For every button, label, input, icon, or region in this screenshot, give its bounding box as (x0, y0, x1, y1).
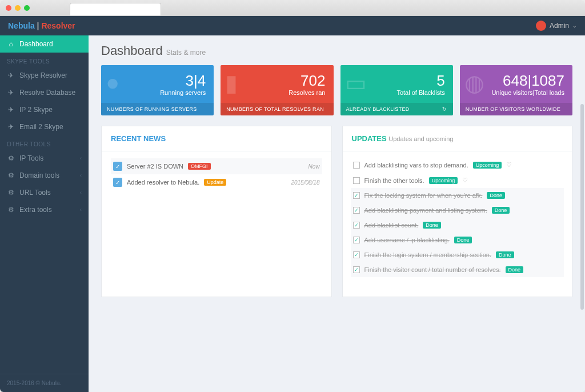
checkbox[interactable] (353, 266, 360, 273)
news-row[interactable]: ✓Server #2 IS DOWNOMFG!Now (111, 158, 322, 174)
update-row[interactable]: Add blacklisting payment and listing sys… (351, 203, 564, 218)
update-row[interactable]: Add blacklisting vars to stop demand. Up… (351, 157, 564, 173)
brand-sep: | (37, 21, 39, 30)
chevron-left-icon: ‹ (80, 155, 82, 161)
minimize-icon[interactable] (15, 5, 21, 11)
browser-tab[interactable] (70, 3, 161, 15)
updates-list: Add blacklisting vars to stop demand. Up… (343, 151, 572, 283)
sidebar-item-ip2skype[interactable]: ✈IP 2 Skype (0, 101, 89, 118)
update-text: Finish the other tools. (364, 177, 424, 184)
news-text: Added resolver to Nebula. (127, 179, 199, 186)
window-controls[interactable] (6, 5, 30, 11)
sidebar-item-label: Domain tools (19, 171, 59, 179)
checkbox[interactable] (353, 237, 360, 243)
stat-card-body: ▮702Resolves ran (221, 65, 333, 103)
status-badge: Done (492, 207, 510, 214)
stat-foot-text: ALREADY BLACKLISTED (346, 106, 410, 112)
sidebar-item-label: Resolve Database (19, 89, 75, 97)
status-badge: OMFG! (188, 163, 211, 170)
check-icon: ✓ (113, 162, 122, 171)
update-row[interactable]: Add blacklist count. Done (351, 218, 564, 233)
checkbox[interactable] (353, 192, 360, 199)
stat-card[interactable]: ▭5Total of BlacklistsALREADY BLACKLISTED… (340, 65, 453, 115)
send-icon: ✈ (7, 71, 15, 79)
app-body: ⌂ Dashboard SKYPE TOOLS ✈Skype Resolver … (0, 35, 585, 392)
stat-foot-text: NUMBERS OF TOTAL RESOLVES RAN (226, 106, 324, 112)
sidebar-footer: 2015-2016 © Nebula. (0, 374, 89, 392)
status-badge: Done (496, 251, 514, 258)
sidebar-item-label: Extra tools (19, 206, 52, 214)
checkbox[interactable] (353, 222, 360, 229)
card-bg-icon: ▭ (345, 70, 367, 96)
brand-logo[interactable]: Nebula | Resolver (8, 21, 75, 30)
card-bg-icon: ◍ (464, 70, 484, 96)
stat-value: 702 (300, 73, 325, 88)
sidebar-item-ip-tools[interactable]: ⚙IP Tools‹ (0, 150, 89, 167)
stat-cards: ●3|4Running serversNUMBERS OF RUNNING SE… (101, 65, 572, 115)
stat-label: Unique visitors|Total loads (491, 89, 564, 96)
panels: RECENT NEWS ✓Server #2 IS DOWNOMFG!Now✓A… (101, 126, 572, 297)
checkbox[interactable] (353, 207, 360, 214)
sidebar-item-label: IP Tools (19, 154, 43, 162)
sidebar-item-label: Email 2 Skype (19, 123, 63, 131)
tool-icon: ⚙ (7, 206, 15, 214)
stat-card[interactable]: ●3|4Running serversNUMBERS OF RUNNING SE… (101, 65, 214, 115)
home-icon: ⌂ (7, 40, 15, 48)
panel-updates-title-text: UPDATES (352, 134, 387, 143)
status-badge: Done (487, 192, 505, 199)
tool-icon: ⚙ (7, 171, 15, 179)
browser-titlebar (0, 0, 585, 16)
stat-card-body: ●3|4Running servers (101, 65, 214, 103)
user-name: Admin (550, 22, 569, 30)
page-title: Dashboard Stats & more (101, 43, 572, 58)
stat-card[interactable]: ◍648|1087Unique visitors|Total loadsNUMB… (460, 65, 572, 115)
stat-card[interactable]: ▮702Resolves ranNUMBERS OF TOTAL RESOLVE… (221, 65, 333, 115)
send-icon: ✈ (7, 106, 15, 114)
stat-card-foot: NUMBER OF VISITORS WORLDWIDE (460, 103, 572, 115)
sidebar-item-skype-resolver[interactable]: ✈Skype Resolver (0, 67, 89, 84)
avatar (536, 21, 546, 31)
sidebar-item-email2skype[interactable]: ✈Email 2 Skype (0, 118, 89, 135)
stat-label: Total of Blacklists (396, 89, 444, 96)
update-row[interactable]: Finish the login system / membership sec… (351, 247, 564, 262)
stat-label: Resolves ran (289, 89, 325, 96)
sidebar-item-label: Skype Resolver (19, 71, 67, 79)
close-icon[interactable] (6, 5, 11, 11)
sidebar-item-resolve-db[interactable]: ✈Resolve Database (0, 84, 89, 101)
update-row[interactable]: Fix the locking system for when you're a… (351, 188, 564, 203)
update-row[interactable]: Add username / ip blacklisting. Done (351, 233, 564, 247)
update-text: Fix the locking system for when you're a… (364, 192, 483, 199)
sidebar-section-skype: SKYPE TOOLS (0, 53, 89, 67)
stat-value: 3|4 (186, 73, 206, 88)
bell-icon[interactable]: ♡ (506, 161, 512, 169)
checkbox[interactable] (353, 177, 360, 184)
sidebar-item-extra-tools[interactable]: ⚙Extra tools‹ (0, 201, 89, 218)
checkbox[interactable] (353, 251, 360, 258)
status-badge: Done (454, 237, 472, 243)
update-row[interactable]: Finish the other tools. Upcoming ♡ (351, 173, 564, 188)
sidebar-item-domain-tools[interactable]: ⚙Domain tools‹ (0, 167, 89, 184)
bell-icon[interactable]: ♡ (462, 177, 468, 184)
sidebar-item-label: URL Tools (19, 189, 51, 197)
main-content: Dashboard Stats & more ●3|4Running serve… (89, 35, 585, 392)
news-time: Now (308, 163, 319, 170)
sidebar-item-url-tools[interactable]: ⚙URL Tools‹ (0, 184, 89, 201)
news-list: ✓Server #2 IS DOWNOMFG!Now✓Added resolve… (102, 151, 331, 197)
update-row[interactable]: Finish the visitor count / total number … (351, 262, 564, 277)
checkbox[interactable] (353, 162, 360, 169)
update-text: Add blacklist count. (364, 222, 419, 229)
sidebar-item-dashboard[interactable]: ⌂ Dashboard (0, 35, 89, 53)
update-text: Finish the login system / membership sec… (364, 251, 492, 258)
sidebar-section-other: OTHER TOOLS (0, 135, 89, 150)
status-badge: Done (423, 222, 441, 229)
tool-icon: ⚙ (7, 154, 15, 162)
refresh-icon[interactable]: ↻ (442, 106, 447, 112)
user-menu[interactable]: Admin ⌄ (536, 21, 577, 31)
scrollbar[interactable] (580, 104, 584, 310)
maximize-icon[interactable] (24, 5, 30, 11)
status-badge: Upcoming (429, 177, 458, 184)
news-row[interactable]: ✓Added resolver to Nebula.Update2015/08/… (111, 174, 322, 190)
card-bg-icon: ▮ (225, 70, 238, 96)
update-text: Add blacklisting vars to stop demand. (364, 162, 468, 169)
browser-window: Nebula | Resolver Admin ⌄ ⌂ Dashboard SK… (0, 0, 585, 392)
